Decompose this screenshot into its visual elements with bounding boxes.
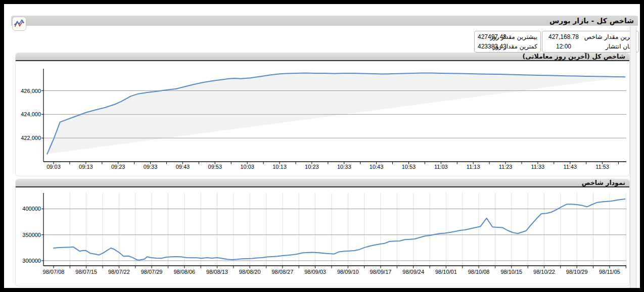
svg-text:98/09/03: 98/09/03 (304, 269, 326, 275)
svg-text:98/07/22: 98/07/22 (108, 269, 130, 275)
svg-text:98/09/17: 98/09/17 (370, 269, 392, 275)
svg-text:11:13: 11:13 (467, 164, 480, 170)
svg-text:98/09/24: 98/09/24 (402, 269, 424, 275)
svg-text:11:03: 11:03 (434, 164, 448, 170)
svg-text:424,000: 424,000 (21, 111, 41, 117)
svg-text:10:23: 10:23 (305, 164, 319, 170)
svg-text:11:53: 11:53 (595, 164, 609, 170)
svg-text:98/10/08: 98/10/08 (468, 269, 490, 275)
svg-text:10:13: 10:13 (272, 164, 287, 170)
svg-text:98/07/15: 98/07/15 (75, 269, 97, 275)
intraday-chart-panel: شاخص کل (آخرین روز معاملاتی) 422,000424,… (15, 53, 630, 176)
daily-chart-title: نمودار شاخص (16, 179, 629, 187)
daily-index-chart: 30000035000040000098/07/0898/07/1598/07/… (16, 187, 629, 286)
svg-text:422,000: 422,000 (21, 135, 41, 141)
app-window: شاخص کل - بازار بورس بیشترین مقدار روز 4… (0, 0, 644, 292)
daily-chart-panel: نمودار شاخص 30000035000040000098/07/0898… (15, 179, 630, 286)
svg-text:98/07/29: 98/07/29 (141, 269, 163, 275)
last-value-row: آخرین مقدار شاخص 427,168.78 (542, 32, 638, 42)
svg-text:98/07/08: 98/07/08 (43, 269, 65, 275)
svg-text:350000: 350000 (22, 232, 41, 238)
svg-text:98/08/06: 98/08/06 (173, 269, 195, 275)
svg-text:98/09/10: 98/09/10 (337, 269, 359, 275)
last-value-panel: آخرین مقدار شاخص 427,168.78 زمان انتشار … (542, 31, 639, 53)
svg-text:11:23: 11:23 (499, 164, 513, 170)
line-chart-icon-glyph (14, 18, 25, 29)
svg-text:10:43: 10:43 (370, 164, 384, 170)
window-titlebar: شاخص کل - بازار بورس (11, 16, 638, 26)
publish-time-value: 12:00 (545, 43, 582, 50)
day-low-row: کمترین مقدار روز 423383.43 (475, 42, 540, 52)
intraday-chart-title: شاخص کل (آخرین روز معاملاتی) (16, 53, 629, 61)
svg-text:10:03: 10:03 (240, 164, 254, 170)
svg-text:09:23: 09:23 (111, 164, 125, 170)
svg-text:98/10/29: 98/10/29 (566, 269, 588, 275)
svg-text:98/10/22: 98/10/22 (533, 269, 555, 275)
svg-text:98/08/13: 98/08/13 (206, 269, 228, 275)
svg-text:09:13: 09:13 (79, 164, 93, 170)
svg-text:98/10/01: 98/10/01 (435, 269, 457, 275)
day-range-panel: بیشترین مقدار روز 427497.48 کمترین مقدار… (474, 31, 541, 53)
svg-text:98/10/15: 98/10/15 (500, 269, 522, 275)
svg-text:400000: 400000 (22, 206, 41, 212)
svg-text:11:33: 11:33 (531, 164, 545, 170)
intraday-index-chart: 422,000424,000426,00009:0309:1309:2309:3… (16, 61, 629, 176)
publish-time-row: زمان انتشار 12:00 (542, 42, 638, 52)
svg-text:09:03: 09:03 (47, 164, 61, 170)
svg-text:426,000: 426,000 (21, 88, 41, 94)
line-chart-icon[interactable] (12, 17, 26, 31)
page-title: شاخص کل - بازار بورس (549, 16, 634, 26)
last-value-label: آخرین مقدار شاخص (584, 33, 635, 40)
day-high-value: 427497.48 (478, 33, 490, 40)
svg-text:300000: 300000 (22, 258, 41, 264)
svg-text:09:33: 09:33 (144, 164, 158, 170)
last-value: 427,168.78 (545, 33, 582, 40)
svg-text:11:43: 11:43 (563, 164, 577, 170)
day-high-row: بیشترین مقدار روز 427497.48 (475, 32, 540, 42)
svg-text:10:53: 10:53 (402, 164, 416, 170)
svg-text:98/08/27: 98/08/27 (271, 269, 293, 275)
svg-text:10:33: 10:33 (337, 164, 351, 170)
svg-text:09:53: 09:53 (208, 164, 222, 170)
scrollbar[interactable] (630, 26, 636, 288)
day-low-value: 423383.43 (478, 43, 493, 50)
svg-text:98/08/20: 98/08/20 (239, 269, 261, 275)
svg-text:98/11/05: 98/11/05 (599, 269, 620, 275)
svg-text:09:43: 09:43 (176, 164, 190, 170)
